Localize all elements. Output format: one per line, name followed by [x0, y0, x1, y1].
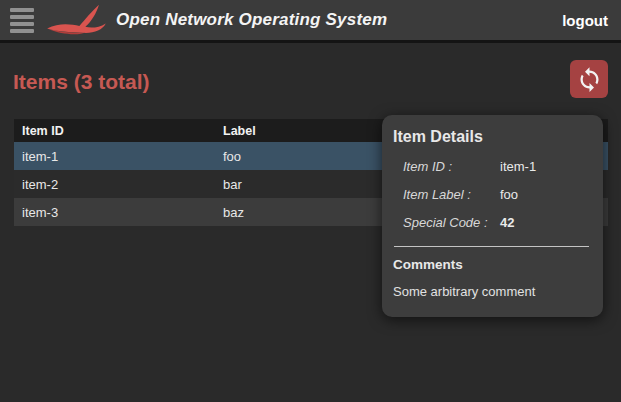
menu-bar [10, 29, 34, 33]
menu-bar [10, 15, 34, 19]
item-details-panel: Item Details Item ID : item-1 Item Label… [382, 115, 603, 317]
masthead: Open Network Operating System logout [0, 0, 621, 43]
panel-title: Item Details [393, 128, 591, 146]
property-row: Item Label : foo [403, 187, 591, 202]
property-label: Item ID : [403, 159, 500, 174]
logout-button[interactable]: logout [562, 12, 608, 29]
property-value: foo [500, 187, 518, 202]
panel-divider [394, 246, 589, 247]
comments-heading: Comments [393, 257, 591, 272]
column-header-item-id[interactable]: Item ID [14, 124, 215, 138]
page-title: Items (3 total) [13, 60, 150, 94]
refresh-button[interactable] [570, 60, 608, 98]
onos-bird-logo-icon [42, 0, 110, 40]
cell-item-id: item-2 [14, 177, 215, 192]
property-row: Item ID : item-1 [403, 159, 591, 174]
property-label: Item Label : [403, 187, 500, 202]
comment-text: Some arbitrary comment [393, 284, 591, 299]
cell-item-id: item-1 [14, 149, 215, 164]
property-value: item-1 [500, 159, 536, 174]
property-value: 42 [500, 215, 514, 230]
menu-bar [10, 8, 34, 12]
menu-icon[interactable] [10, 8, 34, 33]
brand-title: Open Network Operating System [116, 10, 387, 30]
title-bar: Items (3 total) [13, 60, 608, 98]
property-label: Special Code : [403, 215, 500, 230]
cell-item-id: item-3 [14, 205, 215, 220]
property-row: Special Code : 42 [403, 215, 591, 230]
refresh-icon [576, 66, 603, 93]
menu-bar [10, 22, 34, 26]
onos-app-window: Open Network Operating System logout Ite… [0, 0, 621, 402]
